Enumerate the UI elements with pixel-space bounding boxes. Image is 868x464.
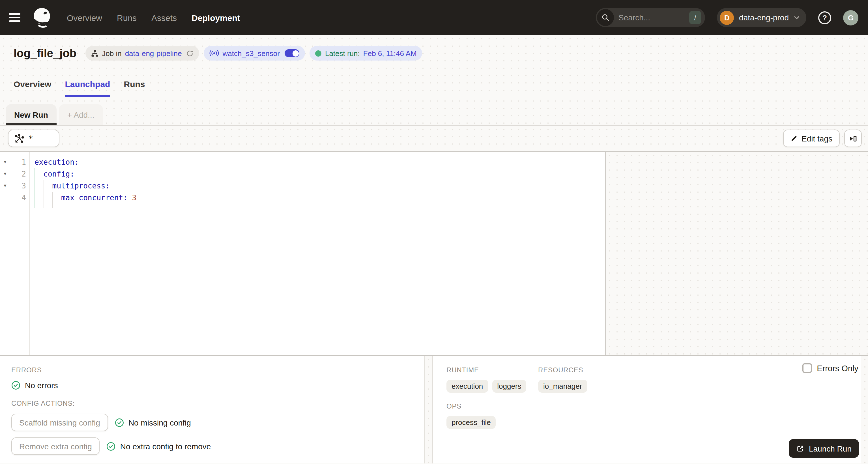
dagster-app: Overview Runs Assets Deployment / D data… — [0, 0, 868, 464]
config-tab-new-run[interactable]: New Run — [6, 104, 57, 125]
line-number: 4 — [10, 192, 29, 204]
config-tab-label: New Run — [14, 110, 48, 119]
code-line: ▾ 2 config: — [0, 168, 605, 180]
expand-panel-button[interactable] — [844, 130, 862, 147]
remove-status: No extra config to remove — [107, 442, 211, 451]
tab-runs[interactable]: Runs — [124, 71, 145, 97]
config-actions-label: CONFIG ACTIONS: — [11, 400, 413, 407]
errors-panel: ERRORS No errors CONFIG ACTIONS: Scaffol… — [0, 356, 424, 463]
runtime-tags: execution loggers — [446, 380, 538, 393]
code-text: max_concurrent: 3 — [29, 192, 136, 204]
check-circle-icon — [11, 381, 20, 390]
title-row: log_file_job Job in data-eng-pipeline — [0, 35, 868, 71]
code-text: config: — [29, 168, 74, 180]
errors-only-checkbox[interactable] — [802, 363, 812, 373]
config-section-tag[interactable]: process_file — [446, 416, 496, 429]
sensor-link[interactable]: watch_s3_sensor — [223, 49, 280, 57]
fold-arrow-icon[interactable] — [0, 192, 10, 204]
help-icon[interactable]: ? — [818, 11, 831, 24]
indent-guide — [34, 168, 35, 208]
scaffold-status: No missing config — [115, 418, 191, 427]
config-editor[interactable]: ▾ 1 execution: ▾ 2 config: ▾ 3 multiproc… — [0, 152, 606, 355]
user-avatar[interactable]: G — [843, 10, 858, 25]
editor-region: ▾ 1 execution: ▾ 2 config: ▾ 3 multiproc… — [0, 152, 868, 356]
nav-item-overview[interactable]: Overview — [67, 13, 102, 22]
code-line: ▾ 1 execution: — [0, 156, 605, 168]
tab-overview[interactable]: Overview — [13, 71, 51, 97]
toolbar-right: Edit tags — [783, 130, 862, 147]
config-section-tag[interactable]: loggers — [492, 380, 526, 393]
runtime-column: RUNTIME execution loggers OPS process_fi… — [446, 366, 538, 429]
config-sections-panel: Errors Only RUNTIME execution loggers OP… — [433, 356, 868, 463]
sensor-pill: watch_s3_sensor — [204, 46, 305, 61]
launchpad-config-tabs: New Run + Add... — [0, 97, 868, 126]
launch-run-label: Launch Run — [809, 444, 851, 453]
tab-launchpad[interactable]: Launchpad — [65, 71, 110, 97]
resources-tags: io_manager — [538, 380, 587, 393]
job-pill-prefix: Job in — [102, 49, 121, 57]
nav-item-runs[interactable]: Runs — [117, 13, 137, 22]
chevron-down-icon — [794, 16, 800, 19]
dagster-logo-icon[interactable] — [31, 6, 53, 29]
check-circle-icon — [107, 442, 116, 451]
nav-item-deployment[interactable]: Deployment — [191, 13, 240, 22]
deployment-switcher[interactable]: D data-eng-prod — [717, 8, 806, 27]
indent-guide — [43, 180, 44, 208]
runtime-section-label: RUNTIME — [446, 366, 538, 374]
job-location-pill: Job in data-eng-pipeline — [86, 46, 199, 61]
op-selector-icon — [14, 133, 24, 144]
fold-arrow-icon[interactable]: ▾ — [0, 156, 10, 168]
bottom-panels: ERRORS No errors CONFIG ACTIONS: Scaffol… — [0, 356, 868, 463]
expand-panel-icon — [849, 134, 857, 142]
gutter-divider — [29, 152, 30, 355]
remove-extra-config-button[interactable]: Remove extra config — [11, 437, 100, 455]
workflow-icon — [91, 50, 98, 57]
remove-config-row: Remove extra config No extra config to r… — [11, 437, 413, 455]
latest-run-pill: Latest run: Feb 6, 11:46 AM — [310, 46, 423, 61]
ops-tags: process_file — [446, 416, 538, 429]
config-section-tag[interactable]: io_manager — [538, 380, 587, 393]
resources-section-label: RESOURCES — [538, 366, 587, 374]
panel-resize-handle[interactable] — [424, 356, 433, 463]
sensor-icon — [210, 50, 219, 57]
fold-arrow-icon[interactable]: ▾ — [0, 180, 10, 192]
page-header: log_file_job Job in data-eng-pipeline — [0, 35, 868, 97]
right-panel-collapsed — [606, 152, 868, 355]
reload-icon[interactable] — [186, 50, 194, 57]
no-errors-status: No errors — [11, 381, 413, 390]
scaffold-config-row: Scaffold missing config No missing confi… — [11, 414, 413, 431]
config-tab-add[interactable]: + Add... — [59, 104, 103, 125]
launch-run-button[interactable]: Launch Run — [789, 439, 859, 458]
op-selector-input[interactable]: * — [8, 130, 59, 147]
remove-status-text: No extra config to remove — [120, 442, 211, 451]
sensor-toggle[interactable] — [285, 49, 300, 57]
add-tab-label: + Add... — [67, 110, 94, 119]
repo-link[interactable]: data-eng-pipeline — [125, 49, 182, 57]
config-section-tag[interactable]: execution — [446, 380, 488, 393]
search-input[interactable] — [618, 13, 685, 22]
ops-section-label: OPS — [446, 402, 538, 410]
latest-run-link[interactable]: Feb 6, 11:46 AM — [363, 49, 417, 57]
scaffold-status-text: No missing config — [128, 418, 191, 427]
search-input-wrapper[interactable]: / — [596, 8, 705, 27]
code-line: ▾ 3 multiprocess: — [0, 180, 605, 192]
op-selector-value: * — [28, 134, 33, 143]
scaffold-missing-config-button[interactable]: Scaffold missing config — [11, 414, 108, 431]
search-shortcut-badge: / — [689, 11, 701, 24]
config-columns: RUNTIME execution loggers OPS process_fi… — [446, 366, 868, 429]
resources-column: RESOURCES io_manager — [538, 366, 587, 429]
deployment-name: data-eng-prod — [739, 13, 789, 22]
indent-guide — [52, 192, 53, 208]
hamburger-menu-icon[interactable] — [9, 10, 24, 25]
edit-tags-button[interactable]: Edit tags — [783, 130, 840, 147]
main-nav: Overview Runs Assets Deployment — [67, 13, 240, 22]
code-text: execution: — [29, 156, 79, 168]
scrollbar-gutter[interactable] — [861, 356, 868, 463]
nav-item-assets[interactable]: Assets — [151, 13, 177, 22]
page-title: log_file_job — [13, 47, 76, 60]
job-tabs: Overview Launchpad Runs — [0, 71, 868, 97]
line-number: 2 — [10, 168, 29, 180]
errors-only-toggle[interactable]: Errors Only — [802, 363, 858, 373]
fold-arrow-icon[interactable]: ▾ — [0, 168, 10, 180]
top-nav-right: / D data-eng-prod ? G — [596, 8, 868, 27]
